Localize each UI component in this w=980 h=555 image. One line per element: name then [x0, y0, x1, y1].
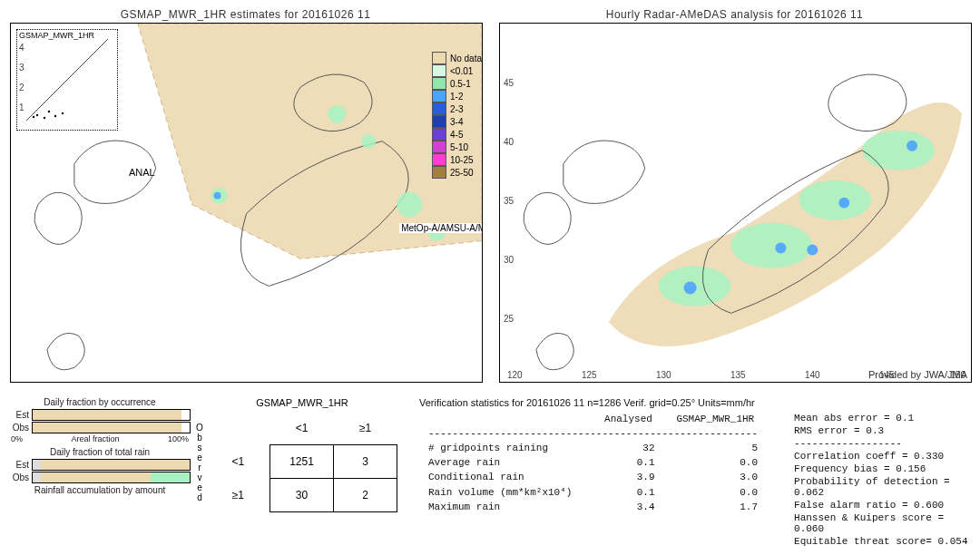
map-right-panel: Hourly Radar-AMeDAS analysis for 2016102… [498, 7, 971, 388]
ctab-c11: 2 [334, 479, 397, 512]
contingency-title: GSMAP_MWR_1HR [207, 397, 397, 408]
lat-tick-25: 25 [504, 314, 514, 324]
verif-row2-l: Conditional rain [419, 470, 593, 484]
lon-tick-125: 125 [582, 370, 597, 380]
verif-row1-a: 0.1 [593, 455, 663, 470]
ctab-col-lt1: <1 [270, 412, 334, 445]
legend-swatch-4 [432, 102, 446, 115]
legend-label-8: 10-25 [450, 155, 474, 165]
legend-swatch-9 [432, 166, 446, 179]
map-left-inset: GSMAP_MWR_1HR 4 3 2 1 [16, 29, 118, 131]
svg-point-22 [906, 141, 917, 151]
legend-label-0: No data [450, 54, 482, 63]
legend-label-9: 25-50 [450, 168, 474, 178]
svg-point-3 [397, 192, 422, 218]
svg-point-21 [838, 198, 849, 209]
verif-row2-b: 3.0 [664, 470, 768, 484]
map-right-frame: 45 40 35 30 25 120 125 130 135 140 145 1… [499, 23, 972, 383]
metric-4: Probability of detection = 0.062 [794, 475, 971, 499]
provided-by-label: Provided by JWA/JMA [868, 369, 967, 380]
svg-point-1 [328, 105, 346, 123]
map-left-frame: GSMAP_MWR_1HR 4 3 2 1 ANAL MetOp-A/AMSU-… [10, 23, 483, 383]
metric-3: Frequency bias = 0.156 [794, 462, 971, 475]
legend-label-2: 0.5-1 [450, 79, 471, 89]
ctab-row-lt1: <1 [207, 445, 270, 479]
bar-title-occurrence: Daily fraction by occurrence [9, 397, 191, 407]
legend-swatch-6 [432, 128, 446, 141]
verif-row4-b: 1.7 [664, 500, 768, 514]
bar-charts: Daily fraction by occurrence Est Obs 0% … [9, 397, 191, 495]
legend-swatch-7 [432, 141, 446, 153]
svg-point-15 [731, 223, 813, 268]
legend-swatch-2 [432, 77, 446, 90]
verif-row0-b: 5 [664, 441, 768, 455]
bar-obs-label: Obs [9, 423, 32, 433]
bar-est-occurrence [32, 409, 191, 421]
verif-row0-l: # gridpoints raining [419, 441, 593, 455]
lon-tick-140: 140 [805, 370, 820, 380]
map-left-panel: GSMAP_MWR_1HR estimates for 20161026 11 [9, 7, 482, 388]
verif-row4-l: Maximum rain [419, 500, 593, 514]
verif-dash [419, 426, 767, 441]
metric-7: Equitable threat score= 0.054 [794, 535, 971, 548]
lat-tick-35: 35 [504, 196, 514, 206]
bar-est-total [32, 459, 191, 471]
verif-row3-b: 0.0 [664, 484, 768, 500]
maps-row: GSMAP_MWR_1HR estimates for 20161026 11 [9, 7, 971, 388]
legend-swatch-8 [432, 153, 446, 166]
overlay-satellite-label: MetOp-A/AMSU-A/M [399, 223, 483, 233]
contingency-side-label: Observed [194, 423, 205, 502]
verif-row1-b: 0.0 [664, 455, 768, 470]
lat-tick-30: 30 [504, 255, 514, 265]
bottom-row: Daily fraction by occurrence Est Obs 0% … [9, 397, 971, 551]
verification-header: Verification statistics for 20161026 11 … [419, 397, 971, 408]
lon-tick-120: 120 [507, 370, 523, 380]
legend-swatch-1 [432, 64, 446, 77]
verif-row2-a: 3.9 [593, 470, 663, 484]
legend-label-4: 2-3 [450, 104, 463, 114]
bar-title-total: Daily fraction of total rain [9, 447, 191, 457]
map-right-svg [500, 24, 971, 381]
metric-dash [794, 437, 971, 450]
metric-1: RMS error = 0.3 [794, 424, 971, 437]
legend-swatch-5 [432, 115, 446, 128]
verification-metrics: Mean abs error = 0.1 RMS error = 0.3 Cor… [794, 412, 971, 548]
bar-obs-total [32, 472, 191, 483]
svg-point-19 [775, 243, 786, 254]
svg-point-10 [44, 117, 45, 119]
legend-label-5: 3-4 [450, 117, 463, 127]
svg-point-12 [54, 115, 56, 117]
metric-5: False alarm ratio = 0.600 [794, 499, 971, 511]
svg-point-11 [48, 111, 50, 112]
svg-point-16 [799, 180, 871, 220]
verification-block: Verification statistics for 20161026 11 … [419, 397, 971, 548]
svg-point-9 [36, 114, 38, 116]
bar-est-label: Est [9, 410, 32, 420]
anal-label: ANAL [129, 167, 155, 178]
svg-point-13 [62, 112, 64, 114]
lat-tick-45: 45 [504, 78, 514, 88]
axis-0: 0% [11, 434, 23, 443]
inset-scatter [17, 30, 117, 130]
ctab-c01: 3 [334, 445, 397, 479]
contingency-table: Observed GSMAP_MWR_1HR <1 ≥1 <1 1251 3 ≥… [207, 397, 397, 512]
verif-row3-l: Rain volume (mm*km²x10⁴) [419, 484, 593, 500]
legend-swatch-0 [432, 52, 446, 64]
verif-col-est: GSMAP_MWR_1HR [664, 412, 768, 426]
verif-col-analysed: Analysed [593, 412, 663, 426]
verif-row1-l: Average rain [419, 455, 593, 470]
verif-row0-a: 32 [593, 441, 663, 455]
legend-label-6: 4-5 [450, 130, 463, 140]
metric-0: Mean abs error = 0.1 [794, 412, 971, 424]
verification-table: Analysed GSMAP_MWR_1HR # gridpoints rain… [419, 412, 767, 548]
map-right-title: Hourly Radar-AMeDAS analysis for 2016102… [499, 8, 970, 21]
lon-tick-135: 135 [730, 370, 746, 380]
svg-point-17 [862, 131, 935, 170]
metric-2: Correlation coeff = 0.330 [794, 450, 971, 462]
svg-point-6 [214, 192, 221, 200]
verif-row4-a: 3.4 [593, 500, 663, 514]
ctab-col-ge1: ≥1 [334, 412, 397, 445]
legend-swatch-3 [432, 90, 446, 102]
legend-label-1: <0.01 [450, 66, 473, 76]
bar-obs-occurrence [32, 422, 191, 433]
